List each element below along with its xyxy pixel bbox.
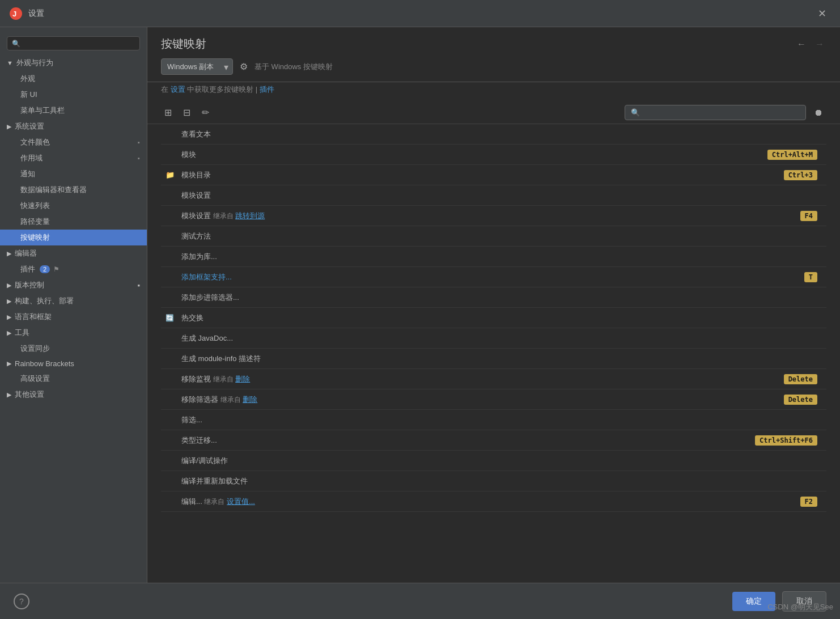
translate-icon: ⚑ (53, 265, 60, 273)
sidebar-item-label: 通知 (20, 169, 35, 179)
link-bar: 在 设置 中获取更多按键映射 | 插件 (147, 82, 840, 101)
forward-arrow-icon[interactable]: → (813, 38, 826, 50)
row-shortcut: Delete (784, 395, 817, 405)
shortcut-key: Delete (784, 374, 817, 384)
sidebar-item-menu-toolbar[interactable]: 菜单与工具栏 (0, 103, 147, 118)
table-row: 添加步进筛选器... (161, 287, 826, 308)
sidebar-search-wrap[interactable]: 🔍 (7, 36, 140, 50)
row-shortcut: Ctrl+Shift+F6 (755, 435, 817, 446)
row-shortcut: F2 (800, 497, 817, 507)
row-icon: 🔄 (166, 314, 177, 322)
sidebar-item-label: 文件颜色 (20, 137, 50, 147)
sidebar-item-label: 快速列表 (20, 201, 50, 211)
sidebar-item-appearance-group[interactable]: ▼ 外观与行为 (0, 55, 147, 71)
sidebar-item-path-var[interactable]: 路径变量 (0, 214, 147, 230)
expand-all-button[interactable]: ⊞ (161, 105, 175, 120)
table-row: 生成 JavaDoc... (161, 328, 826, 349)
sidebar-item-lang-framework[interactable]: ▶ 语言和框架 (0, 309, 147, 325)
row-shortcut: Ctrl+Alt+M (767, 150, 817, 160)
copy-icon: ▪ (137, 281, 140, 290)
keymap-dropdown[interactable]: Windows 副本 (161, 58, 233, 75)
row-label: 类型迁移... (181, 435, 755, 446)
shortcut-key: F4 (800, 211, 817, 221)
link-mid: 中获取更多按键映射 | (187, 85, 260, 94)
row-label: 生成 module-info 描述符 (181, 354, 817, 364)
table-row: 类型迁移... Ctrl+Shift+F6 (161, 430, 826, 451)
sidebar-item-settings-sync[interactable]: 设置同步 (0, 341, 147, 357)
sidebar-item-build-exec[interactable]: ▶ 构建、执行、部署 (0, 293, 147, 309)
source-link[interactable]: 跳转到源 (235, 211, 265, 220)
help-button[interactable]: ? (14, 593, 29, 609)
table-row: 筛选... (161, 410, 826, 430)
sidebar-item-advanced-settings[interactable]: 高级设置 (0, 371, 147, 387)
sidebar-item-plugins[interactable]: 插件 2 ⚑ (0, 261, 147, 277)
sidebar-item-editor-group[interactable]: ▶ 编辑器 (0, 245, 147, 261)
sidebar-item-keymap[interactable]: 按键映射 (0, 230, 147, 245)
row-label: 添加框架支持... (181, 272, 804, 282)
keymap-search-input[interactable] (625, 105, 806, 120)
inherited-label: 继承自 (213, 375, 234, 383)
plugin-link[interactable]: 插件 (260, 85, 274, 94)
row-label: 模块目录 (181, 170, 784, 180)
sidebar-item-other-settings[interactable]: ▶ 其他设置 (0, 387, 147, 402)
expand-arrow-icon: ▶ (7, 298, 11, 305)
row-shortcut: Delete (784, 374, 817, 384)
content-header: 按键映射 ← → (147, 27, 840, 52)
delete-link[interactable]: 删除 (235, 375, 250, 383)
sidebar-item-system-settings[interactable]: ▶ 系统设置 (0, 118, 147, 134)
sidebar-item-notification[interactable]: 通知 (0, 166, 147, 182)
table-row: 编译/调试操作 (161, 451, 826, 471)
table-row: 添加为库... (161, 247, 826, 267)
sidebar-item-scope[interactable]: 作用域 ▪ (0, 150, 147, 166)
table-row: 移除监视 继承自 删除 Delete (161, 369, 826, 389)
sidebar-item-appearance[interactable]: 外观 (0, 71, 147, 87)
nav-arrows: ← → (795, 38, 826, 50)
record-shortcut-button[interactable]: ⏺ (811, 105, 826, 120)
base-info-label: 基于 Windows 按键映射 (254, 62, 333, 72)
delete-link2[interactable]: 删除 (243, 395, 257, 404)
toolbar-row: ⊞ ⊟ ✏ ⏺ (147, 101, 840, 124)
content-area: 按键映射 ← → Windows 副本 ⚙ 基于 Windows 按键映射 在 … (147, 27, 840, 583)
filter-button[interactable]: ✏ (198, 105, 213, 120)
row-label: 移除监视 继承自 删除 (181, 374, 784, 384)
table-row: 查看文本 (161, 124, 826, 145)
sidebar-item-new-ui[interactable]: 新 UI (0, 87, 147, 103)
expand-arrow-icon: ▶ (7, 313, 11, 321)
settings-value-link[interactable]: 设置值... (227, 497, 255, 506)
gear-icon[interactable]: ⚙ (240, 61, 248, 72)
row-label: 添加步进筛选器... (181, 292, 817, 303)
expand-arrow-icon: ▶ (7, 329, 11, 337)
row-icon: 📁 (166, 171, 177, 179)
collapse-all-button[interactable]: ⊟ (180, 105, 194, 120)
sidebar-search-input[interactable] (23, 39, 135, 48)
table-row: 模块设置 (161, 185, 826, 206)
sidebar-item-version-control[interactable]: ▶ 版本控制 ▪ (0, 277, 147, 293)
table-row: 测试方法 (161, 226, 826, 247)
row-shortcut: T (804, 272, 817, 282)
svg-text:J: J (12, 10, 16, 18)
help-label: ? (19, 597, 24, 606)
sidebar-group-label: 构建、执行、部署 (15, 296, 74, 306)
sidebar-item-tools[interactable]: ▶ 工具 (0, 325, 147, 341)
sidebar-item-label: 按键映射 (20, 232, 50, 243)
sidebar-item-file-color[interactable]: 文件颜色 ▪ (0, 134, 147, 150)
watermark: CSDN @明天见See (767, 602, 833, 612)
link-prefix: 在 (161, 85, 171, 94)
keymap-dropdown-wrap[interactable]: Windows 副本 (161, 58, 233, 75)
row-label: 筛选... (181, 415, 817, 425)
close-button[interactable]: ✕ (813, 5, 831, 22)
sidebar-item-data-editor[interactable]: 数据编辑器和查看器 (0, 182, 147, 198)
back-arrow-icon[interactable]: ← (795, 38, 808, 50)
page-title: 按键映射 (161, 36, 206, 52)
sidebar-group-label: 语言和框架 (15, 312, 52, 322)
sidebar-item-quick-list[interactable]: 快速列表 (0, 198, 147, 214)
table-row: 🔄 热交换 (161, 308, 826, 328)
inherited-label: 继承自 (213, 212, 234, 220)
search-right: ⏺ (625, 105, 826, 120)
settings-link[interactable]: 设置 (171, 85, 185, 94)
row-label: 查看文本 (181, 129, 817, 139)
sidebar-group-label: 系统设置 (15, 121, 44, 132)
title-bar: J 设置 ✕ (0, 0, 840, 27)
sidebar-group-label: 工具 (15, 328, 29, 338)
sidebar-item-rainbow-brackets[interactable]: ▶ Rainbow Brackets (0, 357, 147, 371)
